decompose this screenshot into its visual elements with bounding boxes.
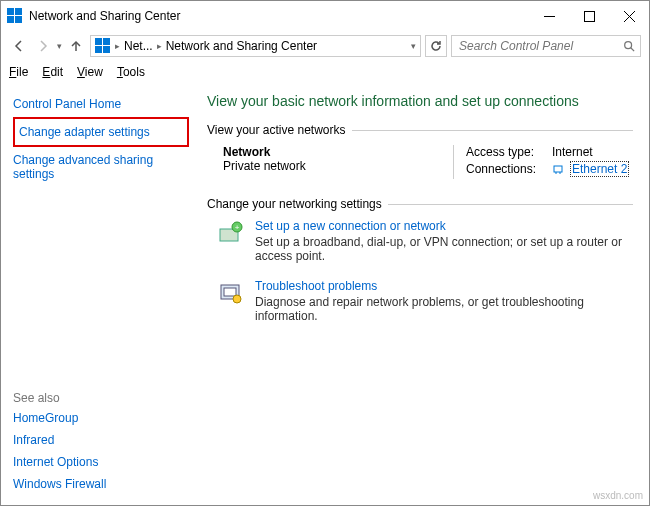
setup-connection-icon: +	[217, 219, 245, 247]
seealso-homegroup[interactable]: HomeGroup	[13, 407, 189, 429]
connections-label: Connections:	[466, 162, 546, 176]
troubleshoot-item: Troubleshoot problems Diagnose and repai…	[207, 279, 633, 323]
minimize-button[interactable]	[529, 1, 569, 31]
maximize-button[interactable]	[569, 1, 609, 31]
sidebar: Control Panel Home Change adapter settin…	[1, 83, 201, 505]
svg-text:+: +	[235, 223, 240, 232]
sidebar-change-adapter-settings[interactable]: Change adapter settings	[19, 121, 183, 143]
menu-view[interactable]: View	[77, 65, 103, 79]
svg-line-6	[631, 48, 634, 51]
troubleshoot-icon	[217, 279, 245, 307]
control-panel-icon	[95, 38, 111, 54]
breadcrumb-root[interactable]: Net...	[124, 39, 153, 53]
svg-point-5	[625, 42, 632, 49]
network-type: Private network	[223, 159, 453, 173]
change-settings-label: Change your networking settings	[207, 197, 388, 211]
menu-bar: File Edit View Tools	[1, 61, 649, 83]
search-input[interactable]	[457, 38, 623, 54]
highlight-annotation: Change adapter settings	[13, 117, 189, 147]
ethernet-icon	[552, 163, 564, 175]
sidebar-change-advanced-sharing[interactable]: Change advanced sharing settings	[13, 149, 189, 185]
svg-rect-7	[554, 166, 562, 172]
address-bar: ▾ ▸ Net... ▸ Network and Sharing Center …	[1, 31, 649, 61]
up-button[interactable]	[66, 36, 86, 56]
setup-connection-item: + Set up a new connection or network Set…	[207, 219, 633, 263]
breadcrumb[interactable]: ▸ Net... ▸ Network and Sharing Center ▾	[90, 35, 421, 57]
search-icon	[623, 40, 635, 52]
search-box[interactable]	[451, 35, 641, 57]
svg-point-15	[233, 295, 241, 303]
app-icon	[7, 8, 23, 24]
main-panel: View your basic network information and …	[201, 83, 649, 505]
window-title: Network and Sharing Center	[29, 9, 529, 23]
seealso-windows-firewall[interactable]: Windows Firewall	[13, 473, 189, 495]
chevron-down-icon[interactable]: ▾	[411, 41, 416, 51]
seealso-internet-options[interactable]: Internet Options	[13, 451, 189, 473]
menu-tools[interactable]: Tools	[117, 65, 145, 79]
sidebar-control-panel-home[interactable]: Control Panel Home	[13, 93, 189, 115]
setup-connection-desc: Set up a broadband, dial-up, or VPN conn…	[255, 235, 633, 263]
chevron-right-icon: ▸	[157, 41, 162, 51]
active-networks-label: View your active networks	[207, 123, 352, 137]
menu-edit[interactable]: Edit	[42, 65, 63, 79]
setup-connection-link[interactable]: Set up a new connection or network	[255, 219, 633, 233]
svg-rect-1	[584, 11, 594, 21]
see-also-heading: See also	[13, 391, 189, 405]
menu-file[interactable]: File	[9, 65, 28, 79]
refresh-button[interactable]	[425, 35, 447, 57]
breadcrumb-current[interactable]: Network and Sharing Center	[166, 39, 317, 53]
recent-locations-icon[interactable]: ▾	[57, 41, 62, 51]
connection-link[interactable]: Ethernet 2	[570, 161, 629, 177]
forward-button[interactable]	[33, 36, 53, 56]
watermark: wsxdn.com	[593, 490, 643, 501]
titlebar: Network and Sharing Center	[1, 1, 649, 31]
network-entry: Network Private network Access type: Int…	[207, 145, 633, 179]
close-button[interactable]	[609, 1, 649, 31]
troubleshoot-desc: Diagnose and repair network problems, or…	[255, 295, 633, 323]
access-type-value: Internet	[552, 145, 593, 159]
back-button[interactable]	[9, 36, 29, 56]
svg-rect-14	[224, 288, 236, 296]
troubleshoot-link[interactable]: Troubleshoot problems	[255, 279, 633, 293]
access-type-label: Access type:	[466, 145, 546, 159]
chevron-right-icon: ▸	[115, 41, 120, 51]
page-heading: View your basic network information and …	[207, 93, 633, 109]
seealso-infrared[interactable]: Infrared	[13, 429, 189, 451]
network-name: Network	[223, 145, 453, 159]
